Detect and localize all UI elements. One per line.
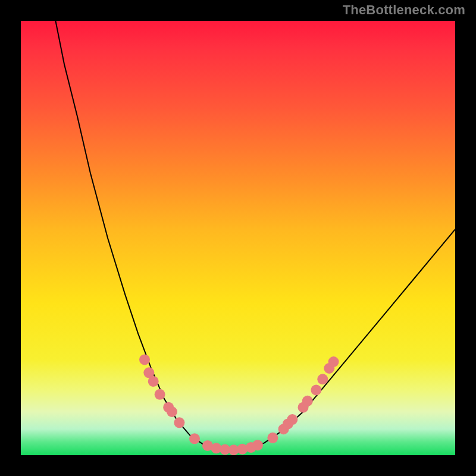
chart-overlay-svg — [21, 21, 455, 455]
data-marker — [311, 385, 321, 396]
data-marker — [302, 396, 313, 406]
watermark-text: TheBottleneck.com — [343, 2, 465, 18]
data-marker — [174, 417, 184, 428]
data-marker — [317, 374, 328, 384]
marker-layer — [139, 354, 339, 455]
plot-area — [21, 21, 455, 455]
curve-left-curve — [55, 21, 229, 450]
data-marker — [148, 376, 159, 387]
data-marker — [267, 433, 278, 443]
curve-layer — [55, 21, 455, 450]
data-marker — [155, 389, 165, 400]
chart-frame: TheBottleneck.com — [0, 0, 476, 476]
data-marker — [167, 406, 177, 417]
data-marker — [139, 354, 150, 365]
data-marker — [287, 414, 298, 425]
data-marker — [189, 433, 200, 444]
data-marker — [328, 356, 339, 367]
curve-right-curve — [229, 229, 455, 450]
data-marker — [252, 440, 263, 450]
